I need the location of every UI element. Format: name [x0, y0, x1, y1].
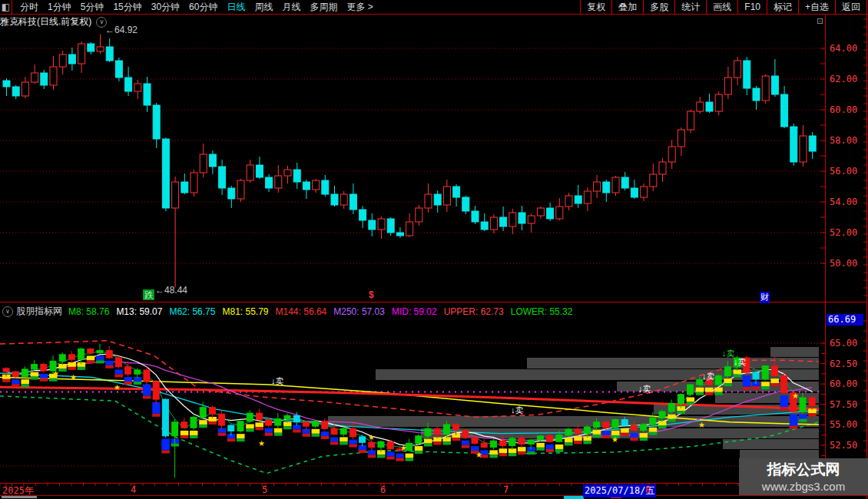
svg-text:62.00: 62.00: [830, 74, 857, 84]
svg-text:60.00: 60.00: [830, 378, 857, 389]
date-label-2: 5: [262, 484, 267, 495]
indicator-value-8: LOWER: 55.32: [511, 306, 573, 317]
date-label-4: 7: [503, 484, 509, 495]
svg-text:62.50: 62.50: [830, 359, 857, 369]
split-window-icon[interactable]: ⊡: [817, 16, 823, 26]
svg-text:64.00: 64.00: [830, 43, 857, 54]
tool-button-2[interactable]: 多股: [643, 0, 674, 14]
svg-text:56.00: 56.00: [830, 166, 857, 177]
chart-canvas[interactable]: 64.0062.0060.0058.0056.0054.0052.0050.00…: [0, 0, 868, 499]
date-label-6: 8: [645, 484, 651, 495]
svg-text:57.50: 57.50: [830, 399, 857, 410]
price-marker-badge: 66.69: [827, 314, 863, 326]
svg-text:65.00: 65.00: [830, 338, 857, 349]
indicator-value-7: UPPER: 62.73: [444, 306, 504, 317]
indicator-value-6: MID: 59.02: [392, 306, 437, 317]
tool-button-1[interactable]: 叠加: [611, 0, 643, 14]
indicator-values: M8: 58.76M13: 59.07M62: 56.75M81: 55.79M…: [68, 306, 579, 317]
trading-app-window: 64.0062.0060.0058.0056.0054.0052.0050.00…: [0, 0, 868, 499]
svg-text:54.00: 54.00: [830, 197, 857, 207]
chevron-down-icon[interactable]: ∨: [96, 17, 107, 28]
svg-text:55.00: 55.00: [830, 419, 857, 430]
indicator-value-0: M8: 58.76: [68, 306, 109, 317]
period-tab-8[interactable]: 月线: [282, 1, 300, 14]
date-axis[interactable]: 2025年45672025/07/18/五8: [0, 484, 819, 495]
indicator-value-3: M81: 55.79: [222, 306, 268, 317]
period-tab-10[interactable]: 更多 >: [346, 1, 373, 14]
indicator-value-4: M144: 56.64: [276, 306, 327, 317]
tool-button-8[interactable]: 返回: [835, 0, 866, 14]
svg-text:60.00: 60.00: [830, 104, 857, 115]
period-tab-7[interactable]: 周线: [254, 1, 273, 14]
svg-text:52.50: 52.50: [830, 440, 857, 451]
indicator-row: ∨ 股朋指标网 M8: 58.76M13: 59.07M62: 56.75M81…: [0, 305, 814, 318]
svg-text:58.00: 58.00: [830, 135, 857, 146]
period-tab-3[interactable]: 15分钟: [113, 1, 141, 14]
watermark-title: 指标公式网: [739, 460, 868, 480]
svg-text:52.00: 52.00: [830, 227, 857, 238]
tool-button-3[interactable]: 统计: [674, 0, 706, 14]
tool-button-4[interactable]: 画线: [706, 0, 737, 14]
period-tab-5[interactable]: 60分钟: [189, 1, 217, 14]
svg-text:50.00: 50.00: [830, 258, 857, 269]
period-tab-0[interactable]: 分时: [20, 1, 38, 14]
period-tab-6[interactable]: 日线: [227, 1, 245, 14]
period-toolbar: ◧ 分时1分钟5分钟15分钟30分钟60分钟日线周线月线多周期更多 > 复权叠加…: [0, 0, 868, 14]
period-tab-2[interactable]: 5分钟: [81, 1, 104, 14]
date-label-0: 2025年: [2, 484, 34, 497]
stock-title: 雅克科技(日线.前复权): [0, 16, 91, 27]
tools-menu: 复权叠加多股统计画线F10标记+自选返回: [580, 0, 866, 14]
tool-button-0[interactable]: 复权: [580, 0, 611, 14]
watermark-url: www.zbgs3.com: [739, 480, 868, 493]
period-tab-1[interactable]: 1分钟: [48, 1, 71, 14]
indicator-value-2: M62: 56.75: [169, 306, 215, 317]
date-label-3: 6: [380, 484, 386, 495]
title-bar: 雅克科技(日线.前复权)∨ ⊡: [0, 15, 814, 28]
indicator-name[interactable]: 股朋指标网: [16, 305, 62, 318]
tool-button-7[interactable]: +自选: [798, 0, 835, 14]
tool-button-6[interactable]: 标记: [767, 0, 798, 14]
tool-button-5[interactable]: F10: [737, 0, 767, 14]
indicator-value-1: M13: 59.07: [116, 306, 162, 317]
collapse-icon[interactable]: ∨: [2, 306, 13, 317]
watermark: 指标公式网 www.zbgs3.com: [739, 458, 868, 495]
period-tab-9[interactable]: 多周期: [310, 1, 337, 14]
indicator-value-5: M250: 57.03: [333, 306, 385, 317]
period-menu: 分时1分钟5分钟15分钟30分钟60分钟日线周线月线多周期更多 >: [15, 1, 378, 14]
date-label-1: 4: [131, 484, 136, 495]
layout-icon[interactable]: ◧: [0, 0, 12, 14]
period-tab-4[interactable]: 30分钟: [151, 1, 180, 14]
